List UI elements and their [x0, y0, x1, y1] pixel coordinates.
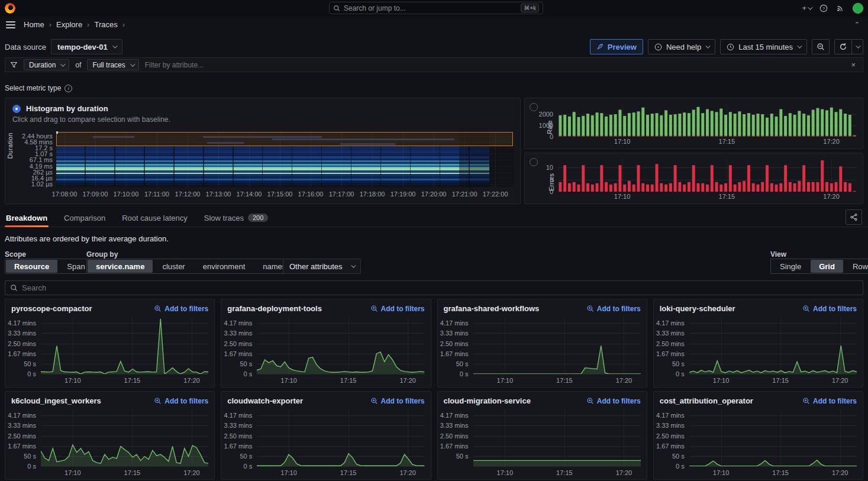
errors-chart[interactable] — [558, 159, 857, 192]
add-to-filters-link[interactable]: Add to filters — [370, 397, 425, 405]
metric-type-section: Select metric type i — [5, 84, 72, 92]
share-button[interactable] — [846, 209, 862, 225]
breadcrumb-item-explore[interactable]: Explore — [56, 20, 82, 29]
option-cluster[interactable]: cluster — [154, 260, 193, 273]
user-avatar[interactable] — [853, 3, 863, 14]
metric-type-label: Select metric type — [5, 84, 61, 92]
add-to-filters-link[interactable]: Add to filters — [586, 397, 641, 405]
need-help-button[interactable]: Need help — [648, 39, 715, 54]
x-tick: 17:15 — [772, 469, 789, 476]
y-tick: 3.33 mins — [440, 422, 469, 429]
y-tick: 50 s — [456, 453, 469, 460]
add-to-filters-label: Add to filters — [813, 305, 857, 313]
x-tick: 17:10 — [64, 469, 81, 476]
gridline — [257, 466, 424, 467]
histogram-radio[interactable] — [12, 105, 21, 113]
attribute-search-input[interactable]: Search — [5, 280, 863, 295]
chevron-down-icon — [351, 263, 356, 267]
add-to-filters-link[interactable]: Add to filters — [802, 305, 857, 313]
scope-label: Scope — [5, 250, 26, 259]
service-chart[interactable] — [689, 317, 857, 374]
tab-label: Slow traces — [204, 214, 244, 222]
add-to-filters-link[interactable]: Add to filters — [154, 305, 208, 313]
service-chart[interactable] — [257, 409, 424, 466]
filter-traces-dropdown[interactable]: Full traces — [87, 59, 138, 70]
clear-filter-icon[interactable]: × — [848, 60, 858, 69]
search-plus-icon — [370, 397, 378, 405]
option-resource[interactable]: Resource — [6, 260, 57, 273]
breadcrumb-item-home[interactable]: Home — [24, 20, 44, 29]
x-tick: 17:15 — [340, 469, 357, 476]
help-button[interactable]: ? — [819, 4, 828, 12]
preview-button[interactable]: Preview — [590, 39, 643, 54]
grafana-logo-icon[interactable] — [5, 3, 15, 14]
add-to-filters-link[interactable]: Add to filters — [154, 397, 208, 405]
x-tick: 17:10 — [713, 377, 730, 384]
breadcrumb-item-traces[interactable]: Traces — [94, 20, 117, 29]
time-range-picker[interactable]: Last 15 minutes — [720, 39, 807, 54]
zoom-out-button[interactable] — [812, 39, 830, 54]
add-menu-button[interactable]: + — [802, 4, 811, 12]
other-attributes-dropdown[interactable]: Other attributes — [283, 259, 361, 274]
service-chart[interactable] — [41, 317, 208, 374]
y-tick: 50 s — [24, 360, 36, 367]
service-chart[interactable] — [689, 409, 857, 466]
add-to-filters-label: Add to filters — [597, 305, 641, 313]
add-to-filters-link[interactable]: Add to filters — [802, 397, 857, 405]
tabs: BreakdownComparisonRoot cause latencySlo… — [5, 208, 269, 227]
option-service-name[interactable]: service.name — [88, 260, 153, 273]
option-single[interactable]: Single — [772, 260, 809, 273]
x-tick: 17:20 — [823, 193, 840, 200]
y-axis-labels: 4.17 mins3.33 mins2.50 mins1.67 mins50 s… — [5, 409, 40, 466]
x-axis-labels: 17:1017:1517:20 — [257, 375, 424, 385]
service-chart[interactable] — [257, 317, 424, 374]
groupby-group: service.nameclusterenvironmentnamespace — [86, 259, 312, 274]
heatmap-plot[interactable] — [56, 131, 514, 187]
option-environment[interactable]: environment — [195, 260, 254, 273]
option-rows[interactable]: Rows — [844, 260, 868, 273]
collapse-chevron-icon[interactable]: ⌃ — [854, 21, 860, 28]
service-chart[interactable] — [41, 409, 208, 466]
tab-root-cause-latency[interactable]: Root cause latency — [121, 208, 189, 227]
heatmap-x-tick: 17:10:00 — [114, 191, 139, 198]
y-tick: 2.50 mins — [8, 340, 36, 347]
svg-text:?: ? — [822, 5, 825, 11]
service-chart[interactable] — [473, 409, 641, 466]
add-to-filters-link[interactable]: Add to filters — [370, 305, 425, 313]
menu-toggle-icon[interactable] — [6, 21, 15, 28]
filter-attribute-input[interactable]: Filter by attribute... — [145, 61, 204, 69]
refresh-button[interactable] — [834, 39, 852, 54]
service-chart[interactable] — [473, 317, 641, 374]
breadcrumb: Home›Explore›Traces› — [24, 20, 125, 29]
heatmap-x-tick: 17:14:00 — [237, 191, 262, 198]
add-to-filters-link[interactable]: Add to filters — [586, 305, 641, 313]
data-source-value: tempo-dev-01 — [57, 43, 108, 51]
search-plus-icon — [154, 397, 162, 405]
x-tick: 17:20 — [832, 377, 848, 384]
y-tick: 4.17 mins — [440, 412, 469, 419]
global-search-input[interactable]: Search or jump to... ⌘+k — [329, 2, 543, 14]
filter-traces-value: Full traces — [92, 61, 125, 69]
y-tick: 2.50 mins — [656, 432, 685, 440]
tab-slow-traces[interactable]: Slow traces200 — [203, 208, 270, 227]
rate-chart[interactable] — [558, 104, 857, 137]
refresh-interval-dropdown[interactable] — [852, 39, 863, 54]
filter-field-dropdown[interactable]: Duration — [24, 59, 69, 70]
y-tick: 4.17 mins — [224, 412, 253, 419]
query-toolbar: Data source tempo-dev-01 Preview Need he… — [5, 39, 863, 54]
heatmap-selection[interactable] — [56, 132, 513, 146]
news-button[interactable] — [836, 4, 844, 12]
search-placeholder: Search or jump to... — [344, 4, 517, 12]
data-source-picker[interactable]: tempo-dev-01 — [51, 39, 122, 54]
tab-comparison[interactable]: Comparison — [63, 208, 107, 227]
gridline — [56, 166, 514, 167]
question-circle-icon — [654, 43, 662, 51]
y-tick: 0 s — [460, 370, 469, 377]
service-title: cost_attribution_operator — [660, 396, 753, 405]
y-tick: 2.50 mins — [656, 340, 685, 347]
tab-breakdown[interactable]: Breakdown — [5, 208, 49, 227]
x-tick: 17:10 — [614, 193, 631, 200]
option-grid[interactable]: Grid — [811, 260, 843, 273]
x-tick: 17:20 — [399, 469, 416, 476]
refresh-icon — [839, 43, 847, 51]
